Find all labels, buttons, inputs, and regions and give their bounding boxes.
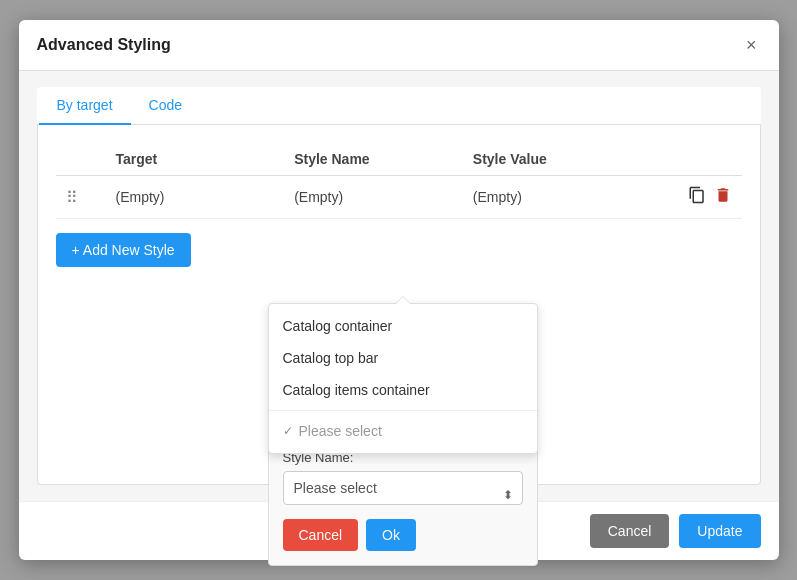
dropdown-item-catalog-items-container[interactable]: Catalog items container [269,374,537,406]
edit-ok-button[interactable]: Ok [366,519,416,551]
tab-code[interactable]: Code [131,87,200,125]
modal-title: Advanced Styling [37,36,171,54]
action-icons [652,186,732,208]
add-new-style-button[interactable]: + Add New Style [56,233,191,267]
col-header-style-value: Style Value [473,151,652,167]
drag-handle-icon[interactable]: ⠿ [66,188,116,207]
dropdown-item-catalog-top-bar[interactable]: Catalog top bar [269,342,537,374]
dropdown-divider [269,410,537,411]
style-name-select-wrapper: Please select [283,471,523,519]
footer-update-button[interactable]: Update [679,514,760,548]
tab-by-target[interactable]: By target [39,87,131,125]
footer-cancel-button[interactable]: Cancel [590,514,670,548]
close-button[interactable]: × [742,34,761,56]
edit-panel: Style Name: Please select Cancel Ok [268,435,538,566]
dropdown-item-catalog-container[interactable]: Catalog container [269,310,537,342]
cell-target: (Empty) [116,189,295,205]
table-row: ⠿ (Empty) (Empty) (Empty) [56,176,742,219]
col-header-actions [652,151,732,167]
modal-overlay: Advanced Styling × By target Code Target… [0,0,797,580]
dropdown-placeholder-item[interactable]: Please select [269,415,537,447]
col-header-style-name: Style Name [294,151,473,167]
style-name-select[interactable]: Please select [283,471,523,505]
dropdown-list: Catalog container Catalog top bar Catalo… [269,304,537,453]
col-header-drag [66,151,116,167]
edit-cancel-button[interactable]: Cancel [283,519,359,551]
modal: Advanced Styling × By target Code Target… [19,20,779,560]
cell-style-name: (Empty) [294,189,473,205]
dropdown-popup: Catalog container Catalog top bar Catalo… [268,303,538,454]
table-header: Target Style Name Style Value [56,143,742,176]
modal-header: Advanced Styling × [19,20,779,71]
copy-icon[interactable] [688,186,706,208]
tab-content: Target Style Name Style Value ⠿ (Empty) … [37,125,761,485]
delete-icon[interactable] [714,186,732,208]
cell-style-value: (Empty) [473,189,652,205]
tabs: By target Code [37,87,761,125]
edit-actions: Cancel Ok [283,519,523,551]
modal-body: By target Code Target Style Name Style V… [19,71,779,501]
col-header-target: Target [116,151,295,167]
